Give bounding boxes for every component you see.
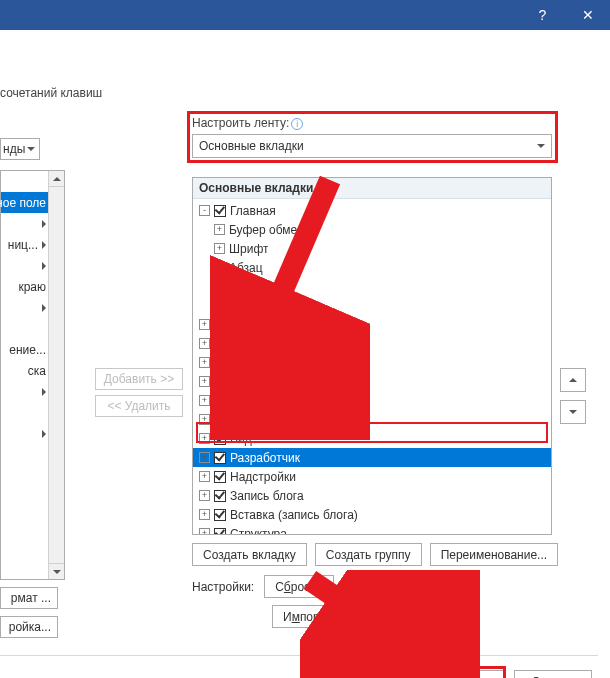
expand-icon[interactable]: + <box>199 338 210 349</box>
checkbox[interactable] <box>214 357 226 369</box>
tree-node[interactable]: +Вставка (запись блога) <box>193 505 551 524</box>
tree-node[interactable]: +Структура <box>193 524 551 535</box>
tree-node[interactable]: +Ссылки <box>193 372 551 391</box>
expand-icon[interactable]: + <box>199 528 210 535</box>
separator <box>0 655 598 656</box>
tree-node-label: Дизайн <box>230 337 270 351</box>
scroll-down-button[interactable] <box>49 563 64 579</box>
chevron-down-icon <box>315 585 323 589</box>
checkbox[interactable] <box>214 205 226 217</box>
expand-icon[interactable]: + <box>214 243 225 254</box>
expand-icon[interactable]: + <box>199 490 210 501</box>
tree-node[interactable]: +Редактирование <box>193 296 551 315</box>
checkbox[interactable] <box>214 528 226 536</box>
ribbon-tabs-combo[interactable]: Основные вкладки <box>192 134 552 158</box>
configure-button[interactable]: ройка... <box>0 616 58 638</box>
expand-icon[interactable]: + <box>199 452 210 463</box>
expand-icon[interactable]: + <box>199 357 210 368</box>
tree-node[interactable]: +Надстройки <box>193 467 551 486</box>
tree-node-label: Стили <box>229 280 264 294</box>
tree-node[interactable]: +Вид <box>193 429 551 448</box>
scroll-up-button[interactable] <box>49 171 64 187</box>
list-item-label: краю <box>18 280 46 294</box>
settings-label: Настройки: <box>192 580 254 594</box>
checkbox[interactable] <box>214 433 226 445</box>
expand-icon[interactable]: + <box>199 471 210 482</box>
format-button[interactable]: рмат ... <box>0 587 58 609</box>
expand-icon[interactable]: + <box>199 376 210 387</box>
tree-node-label: Буфер обмена <box>229 223 311 237</box>
expand-icon[interactable]: + <box>214 262 225 273</box>
expand-icon[interactable]: + <box>199 509 210 520</box>
ribbon-tree[interactable]: Основные вкладки -Главная+Буфер обмена+Ш… <box>192 177 552 535</box>
tree-node[interactable]: +Абзац <box>193 258 551 277</box>
section-title: сочетаний клавиш <box>0 86 102 100</box>
cancel-button[interactable]: Отмена <box>514 670 592 678</box>
scrollbar[interactable] <box>48 171 64 579</box>
reset-button[interactable]: Сброс <box>264 575 334 598</box>
tree-node[interactable]: +Запись блога <box>193 486 551 505</box>
tree-node-label: Редактирование <box>229 299 320 313</box>
tree-node-label: Запись блога <box>230 489 304 503</box>
list-item-label: ное поле <box>0 196 46 210</box>
tree-node-label: Шрифт <box>229 242 268 256</box>
close-button[interactable]: ✕ <box>565 0 610 30</box>
collapse-icon[interactable]: - <box>199 205 210 216</box>
list-item-label: ение... <box>9 343 46 357</box>
checkbox[interactable] <box>214 338 226 350</box>
tree-node-label: Рецензирование <box>230 413 323 427</box>
tree-header: Основные вкладки <box>193 178 551 199</box>
checkbox[interactable] <box>214 490 226 502</box>
checkbox[interactable] <box>214 395 226 407</box>
tree-node[interactable]: +Стили <box>193 277 551 296</box>
rename-button[interactable]: Переименование... <box>430 543 559 566</box>
import-export-button[interactable]: Импорт и эксорт <box>272 605 398 628</box>
tree-node[interactable]: +Рецензирование <box>193 410 551 429</box>
tree-node-label: Вид <box>230 432 252 446</box>
checkbox[interactable] <box>214 414 226 426</box>
expand-icon[interactable]: + <box>199 395 210 406</box>
chevron-down-icon <box>379 615 387 619</box>
tree-node[interactable]: +Макет <box>193 353 551 372</box>
expand-icon[interactable]: + <box>199 414 210 425</box>
left-combo-text: нды <box>3 142 25 156</box>
tree-node[interactable]: +Буфер обмена <box>193 220 551 239</box>
expand-icon[interactable]: + <box>199 319 210 330</box>
chevron-down-icon <box>27 147 35 151</box>
checkbox[interactable] <box>214 452 226 464</box>
expand-icon[interactable]: + <box>199 433 210 444</box>
tree-node-label: Структура <box>230 527 287 536</box>
new-group-button[interactable]: Создать группу <box>315 543 422 566</box>
submenu-arrow-icon <box>42 430 46 438</box>
tree-node[interactable]: -Главная <box>193 201 551 220</box>
tree-node[interactable]: +Разработчик <box>193 448 551 467</box>
move-up-button[interactable] <box>560 368 586 392</box>
help-button[interactable]: ? <box>520 0 565 30</box>
expand-icon[interactable]: + <box>214 300 225 311</box>
checkbox[interactable] <box>214 376 226 388</box>
tree-node[interactable]: +Рассылки <box>193 391 551 410</box>
tree-node[interactable]: +Дизайн <box>193 334 551 353</box>
checkbox[interactable] <box>214 471 226 483</box>
left-commands-combo[interactable]: нды <box>0 138 40 160</box>
tree-node[interactable]: +Шрифт <box>193 239 551 258</box>
checkbox[interactable] <box>214 509 226 521</box>
checkbox[interactable] <box>214 319 226 331</box>
tree-node[interactable]: +Вставка <box>193 315 551 334</box>
submenu-arrow-icon <box>42 388 46 396</box>
remove-button[interactable]: << Удалить <box>95 395 183 417</box>
info-icon: i <box>346 581 358 593</box>
expand-icon[interactable]: + <box>214 281 225 292</box>
ok-button[interactable]: ОК <box>426 670 504 678</box>
info-icon: i <box>291 118 303 130</box>
add-button[interactable]: Добавить >> <box>95 368 183 390</box>
expand-icon[interactable]: + <box>214 224 225 235</box>
tree-node-label: Разработчик <box>230 451 300 465</box>
submenu-arrow-icon <box>42 304 46 312</box>
ribbon-combo-text: Основные вкладки <box>199 139 304 153</box>
chevron-down-icon <box>569 410 577 414</box>
left-commands-list[interactable]: ное полениц...краюение...ска <box>0 170 65 580</box>
tree-node-label: Надстройки <box>230 470 296 484</box>
move-down-button[interactable] <box>560 400 586 424</box>
new-tab-button[interactable]: Создать вкладку <box>192 543 307 566</box>
